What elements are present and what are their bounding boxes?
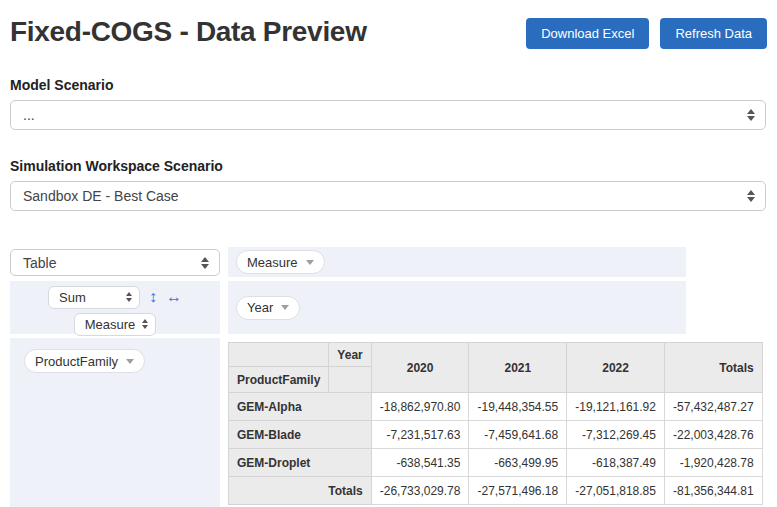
blank-subheader-cell [329, 367, 371, 393]
cell-value: -7,312,269.45 [567, 421, 665, 449]
cell-value: -618,387.49 [567, 449, 665, 477]
grand-total-value: -81,356,344.81 [664, 477, 762, 505]
data-preview-page: Fixed-COGS - Data Preview Download Excel… [0, 0, 777, 507]
attribute-pill-productfamily[interactable]: ProductFamily [24, 349, 145, 373]
row-order-toggle-icon[interactable]: ↕ [149, 289, 157, 305]
aggregator-field-select[interactable]: Measure [74, 313, 157, 336]
aggregator-cell: Sum ↕ ↔ Measure [10, 281, 220, 334]
select-spinner-icon [126, 292, 132, 302]
workspace-scenario-select[interactable]: Sandbox DE - Best Case [10, 181, 766, 211]
chevron-down-icon[interactable] [281, 305, 289, 310]
model-scenario-label: Model Scenario [10, 77, 767, 93]
attribute-pill-label: ProductFamily [35, 354, 118, 369]
aggregator-select[interactable]: Sum [48, 286, 140, 309]
totals-row: Totals -26,733,029.78 -27,571,496.18 -27… [229, 477, 763, 505]
workspace-scenario-field: Simulation Workspace Scenario Sandbox DE… [10, 158, 767, 211]
totals-cell-value: -27,051,818.85 [567, 477, 665, 505]
row-total-value: -1,920,428.78 [664, 449, 762, 477]
select-spinner-icon [142, 319, 148, 329]
table-row: GEM-Droplet -638,541.35 -663,499.95 -618… [229, 449, 763, 477]
aggregator-field-value: Measure [85, 317, 136, 332]
row-total-value: -22,003,428.76 [664, 421, 762, 449]
cell-value: -7,459,641.68 [469, 421, 567, 449]
select-spinner-icon [201, 257, 209, 269]
model-scenario-value: ... [23, 107, 35, 123]
pivot-output-area: Year 2020 2021 2022 Totals ProductFamily… [228, 338, 686, 507]
column-header-totals: Totals [664, 343, 762, 393]
chevron-down-icon[interactable] [306, 260, 314, 265]
attribute-pill-measure[interactable]: Measure [236, 250, 325, 274]
totals-cell-value: -27,571,496.18 [469, 477, 567, 505]
pivot-result-table: Year 2020 2021 2022 Totals ProductFamily… [228, 342, 763, 505]
attribute-pill-label: Year [247, 300, 273, 315]
renderer-cell: Table [10, 247, 220, 277]
renderer-select[interactable]: Table [10, 249, 220, 276]
column-axis-label: Year [329, 343, 371, 367]
aggregator-field-row: Measure [10, 312, 220, 336]
attribute-pill-label: Measure [247, 255, 298, 270]
cell-value: -663,499.95 [469, 449, 567, 477]
col-order-toggle-icon[interactable]: ↔ [166, 289, 182, 305]
row-label: GEM-Blade [229, 421, 372, 449]
select-spinner-icon [747, 190, 755, 202]
column-header-2021: 2021 [469, 343, 567, 393]
workspace-scenario-value: Sandbox DE - Best Case [23, 188, 179, 204]
chevron-down-icon[interactable] [126, 359, 134, 364]
attribute-pill-year[interactable]: Year [236, 296, 300, 320]
cell-value: -18,862,970.80 [371, 393, 469, 421]
aggregator-row: Sum ↕ ↔ [10, 285, 220, 309]
page-title: Fixed-COGS - Data Preview [10, 16, 367, 48]
totals-cell-value: -26,733,029.78 [371, 477, 469, 505]
workspace-scenario-label: Simulation Workspace Scenario [10, 158, 767, 174]
row-label: GEM-Droplet [229, 449, 372, 477]
row-label: GEM-Alpha [229, 393, 372, 421]
row-axis-label: ProductFamily [229, 367, 329, 393]
table-row: GEM-Alpha -18,862,970.80 -19,448,354.55 … [229, 393, 763, 421]
refresh-data-button[interactable]: Refresh Data [660, 18, 767, 49]
select-spinner-icon [747, 109, 755, 121]
header-actions: Download Excel Refresh Data [526, 18, 767, 49]
totals-row-label: Totals [229, 477, 372, 505]
column-header-2020: 2020 [371, 343, 469, 393]
cell-value: -638,541.35 [371, 449, 469, 477]
column-header-2022: 2022 [567, 343, 665, 393]
model-scenario-select[interactable]: ... [10, 100, 766, 130]
table-row: GEM-Blade -7,231,517.63 -7,459,641.68 -7… [229, 421, 763, 449]
row-attributes-area: ProductFamily [10, 338, 220, 507]
pivot-table-ui: Table Measure Sum ↕ ↔ Measure [10, 247, 767, 507]
row-total-value: -57,432,487.27 [664, 393, 762, 421]
download-excel-button[interactable]: Download Excel [526, 18, 649, 49]
blank-corner-cell [229, 343, 329, 367]
column-attributes-area: Year [228, 281, 686, 334]
model-scenario-field: Model Scenario ... [10, 77, 767, 130]
page-header: Fixed-COGS - Data Preview Download Excel… [10, 16, 767, 49]
cell-value: -19,448,354.55 [469, 393, 567, 421]
cell-value: -7,231,517.63 [371, 421, 469, 449]
cell-value: -19,121,161.92 [567, 393, 665, 421]
renderer-value: Table [23, 255, 56, 271]
unused-attributes-area: Measure [228, 247, 686, 277]
aggregator-value: Sum [59, 290, 86, 305]
